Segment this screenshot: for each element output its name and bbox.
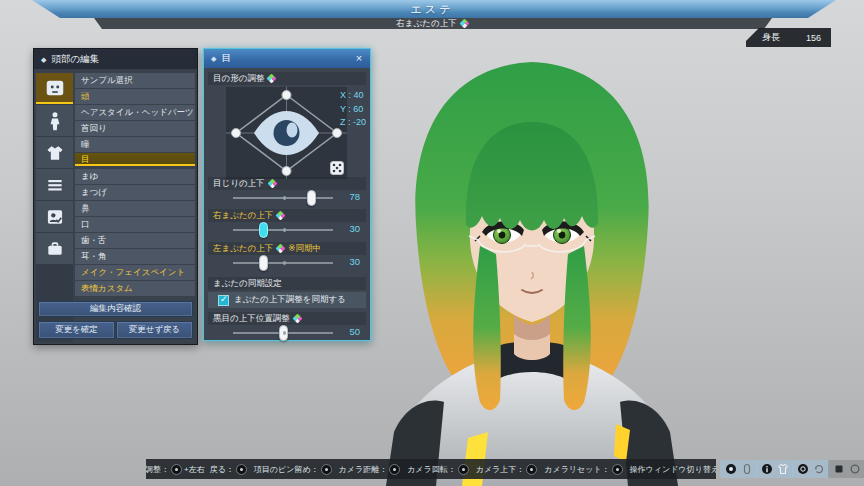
eye-icon[interactable] xyxy=(797,463,809,475)
toggle-group-view xyxy=(792,460,830,478)
diamond-icon: ◆ xyxy=(211,55,216,62)
toggle-group-display xyxy=(720,460,758,478)
diamond-icon: ◆ xyxy=(41,56,46,63)
title-bar: エステ xyxy=(0,0,864,18)
menu-item-hairstyle[interactable]: ヘアスタイル・ヘッドパーツ xyxy=(75,105,195,120)
hint-camera-rotate: カメラ回転： xyxy=(407,464,471,475)
context-label: 右まぶたの上下 xyxy=(396,18,456,30)
menu-item-ears[interactable]: 耳・角 xyxy=(75,249,195,264)
menu-item-nose[interactable]: 鼻 xyxy=(75,201,195,216)
close-icon[interactable]: × xyxy=(352,51,366,65)
camera-icon[interactable] xyxy=(725,463,737,475)
rotate-icon[interactable] xyxy=(813,463,825,475)
menu-item-mouth[interactable]: 口 xyxy=(75,217,195,232)
hint-back: 戻る： xyxy=(210,464,249,475)
slider-value: 50 xyxy=(349,326,360,337)
slider-handle[interactable] xyxy=(259,222,268,238)
menu-item-head[interactable]: 頭 xyxy=(75,89,195,104)
hint-pin-item: 項目のピン留め： xyxy=(254,464,334,475)
apply-button[interactable]: 変更を確定 xyxy=(38,321,115,339)
slider-pupil-position: 50 xyxy=(212,326,362,340)
slider-track[interactable] xyxy=(233,229,333,231)
stick-button-icon xyxy=(458,464,469,475)
eye-shape-widget[interactable] xyxy=(226,87,347,179)
hint-camera-updown: カメラ上下： xyxy=(476,464,540,475)
eyelid-sync-row: まぶたの上下調整を同期する xyxy=(208,292,366,308)
menu-item-expression[interactable]: 表情カスタム xyxy=(75,281,195,296)
slider-label-left-eyelid: 左まぶたの上下 ※同期中 xyxy=(208,242,366,255)
pad-button-icon xyxy=(389,464,400,475)
eyelid-sync-section-label: まぶたの同期設定 xyxy=(208,277,366,290)
menu-item-teeth[interactable]: 歯・舌 xyxy=(75,233,195,248)
menu-item-neck[interactable]: 首回り xyxy=(75,121,195,136)
pad-button-icon xyxy=(236,464,247,475)
list-icon[interactable] xyxy=(36,169,73,200)
slider-right-eyelid: 30 xyxy=(212,223,362,237)
head-edit-panel-header: ◆ 頭部の編集 xyxy=(34,49,197,69)
slider-value: 30 xyxy=(349,223,360,234)
square-icon[interactable] xyxy=(833,463,845,475)
slider-handle[interactable] xyxy=(259,255,268,271)
analog-stick-icon xyxy=(276,244,286,254)
mannequin-icon[interactable] xyxy=(777,463,789,475)
body-icon[interactable] xyxy=(36,105,73,136)
menu-item-sample[interactable]: サンプル選択 xyxy=(75,73,195,88)
hint-camera-reset: カメラリセット： xyxy=(544,464,624,475)
slider-label-pupil-position: 黒目の上下位置調整 xyxy=(208,312,366,325)
head-edit-panel: ◆ 頭部の編集 サンプル選択 頭 ヘアスタイル・ヘッドパーツ 首回り 瞳 目 ま… xyxy=(33,48,198,345)
sync-checkbox[interactable] xyxy=(218,295,229,306)
eye-shape-section-label: 目の形の調整 xyxy=(208,72,366,85)
circle-icon[interactable] xyxy=(849,463,861,475)
slider-label-right-eyelid: 右まぶたの上下 xyxy=(208,209,366,222)
analog-stick-icon xyxy=(292,314,302,324)
hint-window-switch: 操作ウィンドウ切り替え： xyxy=(630,464,716,475)
stick-button-icon xyxy=(526,464,537,475)
slider-handle[interactable] xyxy=(307,190,316,206)
pad-button-icon xyxy=(171,464,182,475)
control-hints-bar: 10段階調整：+左右 戻る： 項目のピン留め： カメラ距離： カメラ回転： カメ… xyxy=(146,459,716,479)
menu-item-eyes[interactable]: 目 xyxy=(75,153,195,166)
slider-value: 78 xyxy=(349,191,360,202)
analog-stick-icon xyxy=(267,179,277,189)
pad-button-icon xyxy=(321,464,332,475)
height-indicator: 身長 156 xyxy=(746,28,831,47)
bag-icon[interactable] xyxy=(36,233,73,264)
portrait-check-icon[interactable] xyxy=(36,201,73,232)
slider-left-eyelid: 30 xyxy=(212,256,362,270)
randomize-dice-icon[interactable] xyxy=(330,161,344,175)
eye-shape-coordinates: X : 40 Y : 60 Z : -20 xyxy=(340,89,366,130)
slider-label-eye-corner: 目じりの上下 xyxy=(208,177,366,190)
slider-handle[interactable] xyxy=(279,325,288,341)
slider-value: 30 xyxy=(349,256,360,267)
eye-panel-title: 目 xyxy=(221,52,231,65)
sync-checkbox-label: まぶたの上下調整を同期する xyxy=(234,294,346,306)
shirt-icon[interactable] xyxy=(36,137,73,168)
toggle-group-ui xyxy=(828,460,864,478)
slider-track[interactable] xyxy=(233,197,333,199)
cancel-button[interactable]: 変更せず戻る xyxy=(116,321,193,339)
panel-title: 頭部の編集 xyxy=(51,53,99,66)
height-value: 156 xyxy=(806,33,821,43)
menu-item-pupils[interactable]: 瞳 xyxy=(75,137,195,152)
pad-button-icon xyxy=(612,464,623,475)
hint-step-adjust: 10段階調整：+左右 xyxy=(146,464,205,475)
character-render xyxy=(330,46,830,486)
review-edits-button[interactable]: 編集内容確認 xyxy=(38,301,193,317)
info-icon[interactable] xyxy=(761,463,773,475)
slider-eye-corner: 78 xyxy=(212,191,362,205)
menu-item-eyebrows[interactable]: まゆ xyxy=(75,169,195,184)
page-title: エステ xyxy=(0,0,864,18)
face-icon[interactable] xyxy=(36,73,73,104)
toggle-group-outfit xyxy=(756,460,794,478)
hint-camera-distance: カメラ距離： xyxy=(339,464,403,475)
analog-stick-icon xyxy=(459,19,469,29)
character-viewport[interactable] xyxy=(330,46,830,486)
mouse-icon[interactable] xyxy=(741,463,753,475)
menu-item-makeup[interactable]: メイク・フェイスペイント xyxy=(75,265,195,280)
slider-track[interactable] xyxy=(233,262,333,264)
context-bar: 右まぶたの上下 xyxy=(0,18,864,29)
eye-settings-panel: ◆ 目 × 目の形の調整 X : 40 Y : 60 Z : -20 目じりの上… xyxy=(203,48,371,341)
menu-item-eyelashes[interactable]: まつげ xyxy=(75,185,195,200)
analog-stick-icon xyxy=(276,211,286,221)
slider-track[interactable] xyxy=(233,332,333,334)
